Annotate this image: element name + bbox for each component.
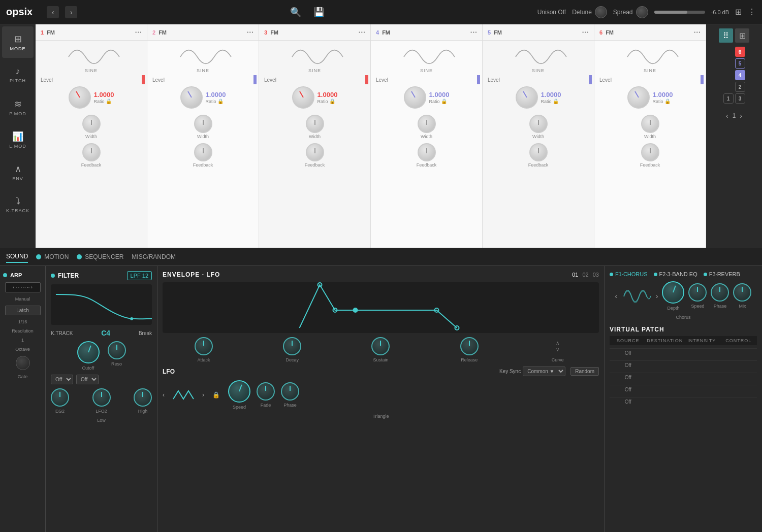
- lfo-wave-next[interactable]: ›: [202, 391, 204, 398]
- save-button[interactable]: 💾: [310, 5, 328, 20]
- algo-view-btn[interactable]: ⠿: [719, 28, 733, 43]
- op-badge-3[interactable]: 3: [735, 93, 745, 104]
- lfo-speed-knob[interactable]: [228, 380, 250, 403]
- op6-width-knob[interactable]: [641, 115, 659, 133]
- effect-tab-chorus[interactable]: F1·CHORUS: [610, 271, 648, 277]
- env-attack-knob[interactable]: [195, 337, 213, 355]
- arp-latch-button[interactable]: Latch: [5, 306, 41, 315]
- op6-width-wrap: Width: [641, 115, 659, 139]
- env-sustain-wrap: Sustain: [371, 337, 390, 362]
- nav-prev-button[interactable]: ‹: [47, 6, 59, 18]
- op5-feedback-knob[interactable]: [529, 143, 548, 161]
- sidebar-item-env[interactable]: ∧ ENV: [2, 156, 34, 188]
- op4-lock-icon[interactable]: 🔒: [441, 98, 447, 104]
- op5-lock-icon[interactable]: 🔒: [553, 98, 559, 104]
- lfo-random-button[interactable]: Random: [570, 367, 599, 376]
- sidebar-item-lmod[interactable]: 📊 L.MOD: [2, 124, 34, 155]
- tab-sequencer[interactable]: SEQUENCER: [77, 251, 123, 262]
- nav-next-button[interactable]: ›: [65, 6, 77, 18]
- filter-eg2-knob[interactable]: [51, 388, 69, 407]
- env-release-knob[interactable]: [460, 337, 479, 355]
- chorus-wave-prev[interactable]: ‹: [615, 292, 617, 300]
- op1-ratio-knob[interactable]: [69, 86, 91, 109]
- tab-misc[interactable]: MISC/RANDOM: [132, 251, 176, 262]
- op1-width-knob[interactable]: [82, 115, 101, 133]
- filter-high-label: High: [138, 409, 148, 414]
- op-menu-1[interactable]: ⋯: [135, 28, 142, 37]
- grid-button-2[interactable]: ⋮: [748, 7, 756, 17]
- curve-arrows[interactable]: ∧ ∨: [549, 337, 567, 355]
- filter-select-2[interactable]: Off: [76, 375, 99, 384]
- filter-eg2-wrap: EG2: [51, 388, 69, 414]
- algo-grid-btn[interactable]: ⊞: [735, 28, 749, 43]
- op-badge-6[interactable]: 6: [735, 47, 745, 57]
- chorus-speed-knob[interactable]: [688, 283, 707, 302]
- op6-lock-icon[interactable]: 🔒: [664, 98, 671, 104]
- env-sustain-knob[interactable]: [371, 337, 390, 355]
- op-badge-5[interactable]: 5: [735, 58, 745, 69]
- lfo-phase-knob[interactable]: [281, 382, 299, 401]
- op5-width-knob[interactable]: [529, 115, 548, 133]
- tab-sound[interactable]: SOUND: [6, 251, 28, 263]
- op2-feedback-knob[interactable]: [194, 143, 212, 161]
- chorus-wave-next[interactable]: ›: [656, 292, 658, 300]
- detune-knob[interactable]: [595, 6, 607, 18]
- tab-motion[interactable]: MOTION: [36, 251, 69, 262]
- filter-lfo2-knob[interactable]: [92, 388, 111, 407]
- chorus-phase-knob[interactable]: [711, 283, 729, 302]
- op3-ratio-knob[interactable]: [292, 86, 314, 109]
- lfo-fade-knob[interactable]: [257, 382, 275, 401]
- op-badge-4[interactable]: 4: [735, 70, 745, 80]
- op6-feedback-knob[interactable]: [641, 143, 659, 161]
- filter-type-selector[interactable]: LPF 12: [127, 271, 152, 280]
- search-button[interactable]: 🔍: [287, 5, 304, 20]
- op3-width-knob[interactable]: [306, 115, 324, 133]
- effect-tab-eq[interactable]: F2·3-BAND EQ: [654, 271, 697, 277]
- op1-feedback-wrap: Feedback: [81, 143, 102, 168]
- filter-high-knob[interactable]: [134, 388, 152, 407]
- op3-feedback-knob[interactable]: [306, 143, 324, 161]
- op6-ratio-knob[interactable]: [627, 86, 650, 109]
- env-tab-02[interactable]: 02: [583, 272, 589, 278]
- lfo-common-select[interactable]: Common ▼: [523, 367, 565, 376]
- op-badge-2[interactable]: 2: [735, 82, 745, 92]
- op-header-3: 3 FM ⋯: [259, 24, 371, 40]
- op-menu-6[interactable]: ⋯: [693, 28, 701, 37]
- op5-ratio-knob[interactable]: [516, 86, 538, 109]
- grid-button[interactable]: ⊞: [735, 7, 742, 17]
- op-menu-2[interactable]: ⋯: [246, 28, 253, 37]
- filter-reso-knob[interactable]: [108, 341, 126, 359]
- sidebar-item-pmod[interactable]: ≋ P.MOD: [2, 91, 34, 123]
- volume-slider[interactable]: [654, 11, 705, 14]
- spread-knob[interactable]: [636, 6, 648, 18]
- sidebar-item-ktrack[interactable]: ⤵ K.TRACK: [2, 189, 34, 220]
- op1-lock-icon[interactable]: 🔒: [106, 98, 112, 104]
- op-badge-1[interactable]: 1: [723, 93, 734, 104]
- op3-lock-icon[interactable]: 🔒: [329, 98, 335, 104]
- page-prev-btn[interactable]: ‹: [726, 112, 728, 120]
- chorus-mix-knob[interactable]: [733, 283, 751, 302]
- sidebar-item-pitch[interactable]: ♪ PITCH: [2, 59, 34, 90]
- sidebar-item-mode[interactable]: ⊞ MODE: [2, 26, 34, 58]
- page-next-btn[interactable]: ›: [740, 112, 742, 120]
- op-menu-4[interactable]: ⋯: [470, 28, 477, 37]
- op4-ratio-knob[interactable]: [404, 86, 426, 109]
- env-tab-01[interactable]: 01: [572, 272, 578, 278]
- chorus-depth-knob[interactable]: [662, 281, 684, 304]
- arp-gate-knob[interactable]: [16, 356, 30, 370]
- op4-width-knob[interactable]: [418, 115, 436, 133]
- op2-lock-icon[interactable]: 🔒: [217, 98, 224, 104]
- effect-tab-reverb[interactable]: F3·REVERB: [704, 271, 740, 277]
- op2-width-knob[interactable]: [194, 115, 212, 133]
- filter-cutoff-knob[interactable]: [77, 341, 100, 363]
- filter-select-1[interactable]: Off: [51, 375, 73, 384]
- lfo-wave-prev[interactable]: ‹: [163, 391, 165, 398]
- op-menu-3[interactable]: ⋯: [358, 28, 365, 37]
- op2-ratio-knob[interactable]: [180, 86, 203, 109]
- op1-feedback-knob[interactable]: [82, 143, 101, 161]
- op-menu-5[interactable]: ⋯: [582, 28, 589, 37]
- op4-ratio-section: 1.0000 Ratio 🔒: [373, 86, 480, 109]
- env-tab-03[interactable]: 03: [593, 272, 599, 278]
- env-decay-knob[interactable]: [283, 337, 301, 355]
- op4-feedback-knob[interactable]: [418, 143, 436, 161]
